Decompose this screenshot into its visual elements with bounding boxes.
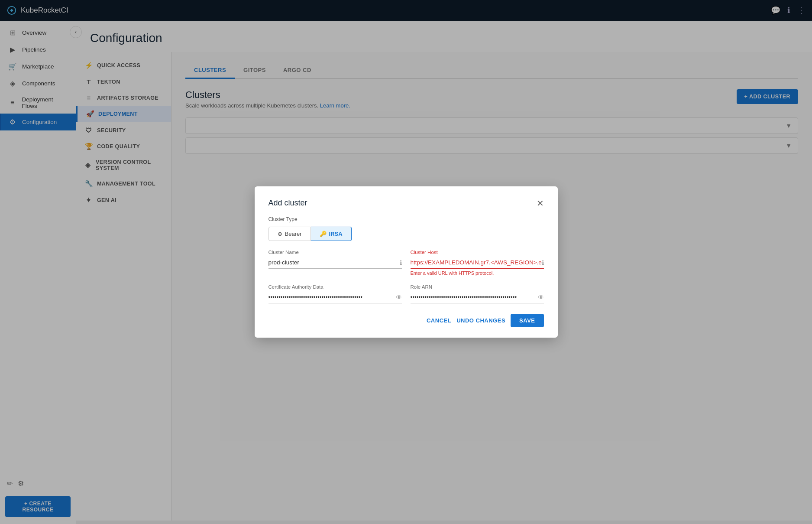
bearer-icon: ⊕ bbox=[278, 231, 282, 237]
role-arn-visibility-icon[interactable]: 👁 bbox=[538, 294, 544, 301]
cert-authority-input-wrap: 👁 bbox=[269, 291, 402, 303]
info-field-icon: ℹ bbox=[400, 259, 402, 266]
cert-visibility-icon[interactable]: 👁 bbox=[396, 294, 402, 301]
role-arn-label: Role ARN bbox=[411, 284, 544, 290]
cert-authority-field: Certificate Authority Data 👁 bbox=[269, 284, 402, 303]
cert-authority-input[interactable] bbox=[269, 293, 396, 301]
cluster-name-field: Cluster Name ℹ bbox=[269, 250, 402, 276]
cluster-host-input[interactable] bbox=[411, 258, 542, 267]
type-irsa-button[interactable]: 🔑 IRSA bbox=[311, 227, 352, 241]
modal-title: Add cluster bbox=[269, 199, 307, 208]
form-row-1: Cluster Name ℹ Cluster Host ℹ Enter a va… bbox=[269, 250, 544, 276]
cluster-host-input-wrap: ℹ bbox=[411, 257, 544, 269]
main-layout: ‹ ⊞ Overview ▶ Pipelines 🛒 Marketplace ◈… bbox=[0, 21, 812, 524]
cluster-name-input[interactable] bbox=[269, 258, 400, 267]
undo-changes-button[interactable]: UNDO CHANGES bbox=[456, 317, 505, 324]
save-button[interactable]: SAVE bbox=[511, 314, 543, 327]
cluster-name-label: Cluster Name bbox=[269, 250, 402, 255]
cert-authority-label: Certificate Authority Data bbox=[269, 284, 402, 290]
modal-header: Add cluster ✕ bbox=[269, 199, 544, 208]
cluster-host-info-icon: ℹ bbox=[542, 259, 544, 266]
cancel-button[interactable]: CANCEL bbox=[427, 317, 451, 324]
cluster-type-toggle: ⊕ Bearer 🔑 IRSA bbox=[269, 227, 544, 241]
role-arn-input[interactable] bbox=[411, 293, 538, 301]
content-area: Configuration ⚡ QUICK ACCESS T TEKTON ≡ … bbox=[76, 21, 812, 524]
cluster-name-input-wrap: ℹ bbox=[269, 257, 402, 269]
role-arn-field: Role ARN 👁 bbox=[411, 284, 544, 303]
type-bearer-button[interactable]: ⊕ Bearer bbox=[269, 227, 311, 241]
add-cluster-modal: Add cluster ✕ Cluster Type ⊕ Bearer 🔑 IR… bbox=[255, 186, 558, 338]
cluster-host-error: Enter a valid URL with HTTPS protocol. bbox=[411, 270, 544, 276]
modal-close-button[interactable]: ✕ bbox=[537, 199, 544, 208]
form-row-2: Certificate Authority Data 👁 Role ARN 👁 bbox=[269, 284, 544, 303]
key-icon: 🔑 bbox=[320, 231, 327, 237]
cluster-type-label: Cluster Type bbox=[269, 216, 544, 222]
modal-actions: CANCEL UNDO CHANGES SAVE bbox=[269, 314, 544, 327]
modal-backdrop[interactable]: Add cluster ✕ Cluster Type ⊕ Bearer 🔑 IR… bbox=[76, 21, 812, 524]
cluster-host-field: Cluster Host ℹ Enter a valid URL with HT… bbox=[411, 250, 544, 276]
cluster-host-label: Cluster Host bbox=[411, 250, 544, 255]
role-arn-input-wrap: 👁 bbox=[411, 291, 544, 303]
